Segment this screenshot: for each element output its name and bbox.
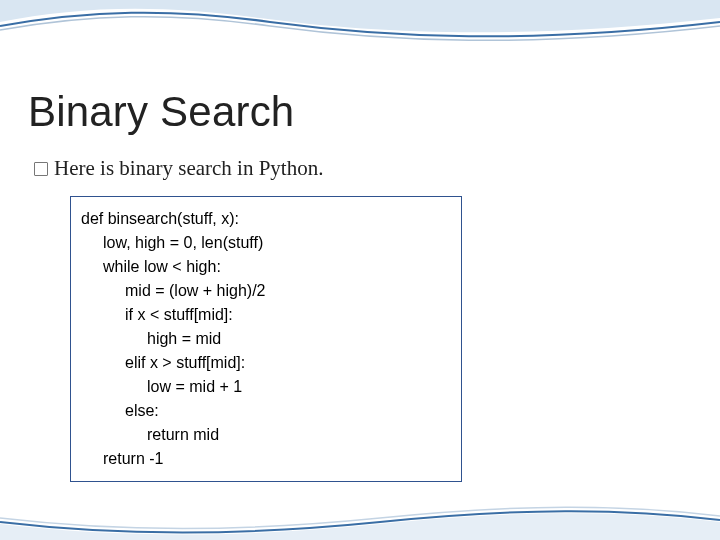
code-line: elif x > stuff[mid]: bbox=[81, 351, 451, 375]
slide-title: Binary Search bbox=[28, 88, 294, 136]
code-block: def binsearch(stuff, x): low, high = 0, … bbox=[70, 196, 462, 482]
code-line: low, high = 0, len(stuff) bbox=[81, 231, 451, 255]
decorative-top-wave bbox=[0, 0, 720, 48]
slide-subtitle: Here is binary search in Python. bbox=[54, 156, 323, 181]
code-line: mid = (low + high)/2 bbox=[81, 279, 451, 303]
code-line: return -1 bbox=[81, 447, 451, 471]
code-line: return mid bbox=[81, 423, 451, 447]
bullet-point: Here is binary search in Python. bbox=[34, 156, 323, 181]
decorative-bottom-wave bbox=[0, 504, 720, 540]
code-line: low = mid + 1 bbox=[81, 375, 451, 399]
code-line: else: bbox=[81, 399, 451, 423]
code-line: if x < stuff[mid]: bbox=[81, 303, 451, 327]
code-line: while low < high: bbox=[81, 255, 451, 279]
code-line: high = mid bbox=[81, 327, 451, 351]
code-line: def binsearch(stuff, x): bbox=[81, 207, 451, 231]
square-bullet-icon bbox=[34, 162, 48, 176]
